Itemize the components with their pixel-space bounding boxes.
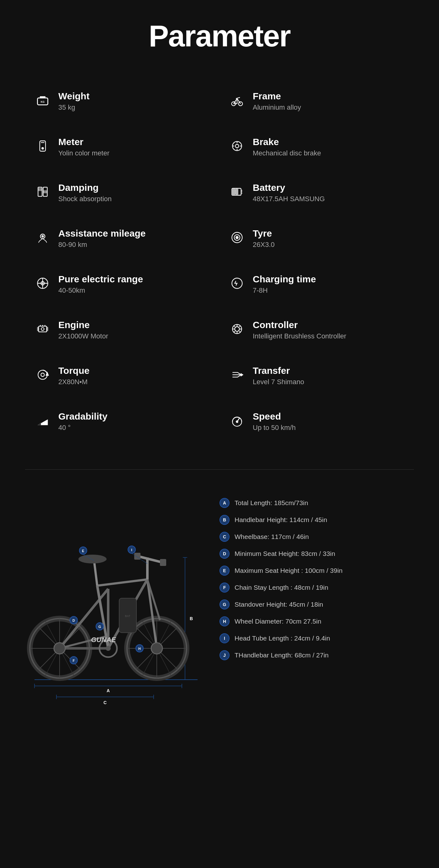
electric-icon xyxy=(34,275,51,291)
svg-rect-39 xyxy=(38,326,47,332)
param-label-mileage: Assistance mileage xyxy=(58,228,146,239)
transfer-icon xyxy=(229,367,245,383)
param-value-weight: 35 kg xyxy=(58,103,89,112)
param-content-torque: Torque 2X80N•M xyxy=(58,365,89,386)
svg-text:KG: KG xyxy=(41,101,45,103)
mileage-icon xyxy=(34,229,51,246)
svg-text:GUNAE: GUNAE xyxy=(91,636,116,644)
bike-svg: A B C xyxy=(25,495,207,708)
bike-diagram: A B C xyxy=(25,495,207,708)
svg-marker-58 xyxy=(38,423,41,425)
svg-text:G: G xyxy=(98,625,101,629)
gradability-icon xyxy=(34,412,51,429)
param-content-charging: Charging time 7-8H xyxy=(253,274,316,294)
spec-badge-i: I xyxy=(220,633,230,643)
spec-item-d: D Minimum Seat Height: 83cm / 33in xyxy=(220,549,414,559)
svg-marker-56 xyxy=(241,374,243,376)
param-content-electric: Pure electric range 40-50km xyxy=(58,274,143,294)
spec-item-f: F Chain Stay Length : 48cm / 19in xyxy=(220,583,414,593)
param-label-weight: Weight xyxy=(58,91,89,101)
svg-point-14 xyxy=(235,145,239,148)
svg-text:A: A xyxy=(107,688,110,693)
spec-text-h: Wheel Diameter: 70cm 27.5in xyxy=(235,618,321,625)
svg-line-9 xyxy=(236,97,240,99)
param-value-torque: 2X80N•M xyxy=(58,378,89,386)
params-grid: KG Weight 35 kg Frame Alumini xyxy=(25,78,414,444)
spec-item-e: E Maximum Seat Height : 100cm / 39in xyxy=(220,566,414,576)
param-torque: Torque 2X80N•M xyxy=(25,353,220,399)
spec-badge-g: G xyxy=(220,599,230,610)
svg-point-113 xyxy=(54,643,65,654)
spec-badge-e: E xyxy=(220,566,230,576)
param-label-frame: Frame xyxy=(253,91,301,101)
spec-text-j: THandlebar Length: 68cm / 27in xyxy=(235,651,329,659)
param-damping: Damping Shock absorption xyxy=(25,170,220,216)
param-speed: Speed Up to 50 km/h xyxy=(220,399,414,444)
param-value-battery: 48X17.5AH SAMSUNG xyxy=(253,195,325,203)
param-label-engine: Engine xyxy=(58,320,108,330)
param-content-frame: Frame Aluminium alloy xyxy=(253,91,301,112)
param-content-weight: Weight 35 kg xyxy=(58,91,89,112)
weight-icon: KG xyxy=(34,92,51,108)
param-label-controller: Controller xyxy=(253,320,346,330)
svg-point-45 xyxy=(41,328,44,330)
svg-rect-20 xyxy=(38,188,41,190)
frame-icon xyxy=(229,92,245,108)
spec-item-h: H Wheel Diameter: 70cm 27.5in xyxy=(220,616,414,626)
meter-icon xyxy=(34,138,51,154)
param-brake: Brake Mechanical disc brake xyxy=(220,124,414,170)
param-value-damping: Shock absorption xyxy=(58,195,112,203)
controller-icon xyxy=(229,321,245,337)
param-label-speed: Speed xyxy=(253,411,296,422)
param-label-torque: Torque xyxy=(58,365,89,376)
param-content-engine: Engine 2X1000W Motor xyxy=(58,320,108,340)
spec-text-a: Total Length: 185cm/73in xyxy=(235,499,308,507)
tyre-icon xyxy=(229,229,245,246)
spec-text-i: Head Tube Length : 24cm / 9.4in xyxy=(235,634,330,642)
svg-point-30 xyxy=(42,236,43,238)
param-content-transfer: Transfer Level 7 Shimano xyxy=(253,365,304,386)
spec-badge-f: F xyxy=(220,583,230,593)
param-label-transfer: Transfer xyxy=(253,365,304,376)
svg-text:C: C xyxy=(104,700,107,705)
param-value-brake: Mechanical disc brake xyxy=(253,149,321,157)
page-wrapper: Parameter KG Weight 35 kg xyxy=(0,0,439,733)
param-content-controller: Controller Intelligent Brushless Control… xyxy=(253,320,346,340)
spec-item-c: C Wheelbase: 117cm / 46in xyxy=(220,532,414,542)
spec-badge-a: A xyxy=(220,498,230,508)
spec-badge-h: H xyxy=(220,616,230,626)
param-value-electric: 40-50km xyxy=(58,286,143,294)
param-label-brake: Brake xyxy=(253,136,321,147)
param-value-transfer: Level 7 Shimano xyxy=(253,378,304,386)
svg-point-47 xyxy=(235,327,240,332)
svg-rect-27 xyxy=(233,189,235,195)
param-content-gradability: Gradability 40 ° xyxy=(58,411,108,432)
svg-text:B: B xyxy=(190,616,193,621)
param-value-controller: Intelligent Brushless Controller xyxy=(253,332,346,340)
spec-badge-b: B xyxy=(220,515,230,525)
param-label-electric: Pure electric range xyxy=(58,274,143,284)
spec-badge-d: D xyxy=(220,549,230,559)
spec-item-i: I Head Tube Length : 24cm / 9.4in xyxy=(220,633,414,643)
param-frame: Frame Aluminium alloy xyxy=(220,78,414,124)
param-label-tyre: Tyre xyxy=(253,228,275,239)
param-controller: Controller Intelligent Brushless Control… xyxy=(220,307,414,353)
svg-point-108 xyxy=(78,555,107,563)
svg-point-61 xyxy=(236,421,238,423)
svg-rect-22 xyxy=(44,190,47,193)
svg-text:F: F xyxy=(73,659,75,662)
param-charging: Charging time 7-8H xyxy=(220,261,414,307)
param-content-damping: Damping Shock absorption xyxy=(58,182,112,203)
spec-text-f: Chain Stay Length : 48cm / 19in xyxy=(235,584,328,591)
param-label-meter: Meter xyxy=(58,136,110,147)
param-value-mileage: 80-90 km xyxy=(58,241,146,249)
param-value-frame: Aluminium alloy xyxy=(253,103,301,112)
param-content-brake: Brake Mechanical disc brake xyxy=(253,136,321,157)
svg-rect-106 xyxy=(160,559,166,566)
spec-text-e: Maximum Seat Height : 100cm / 39in xyxy=(235,567,343,575)
svg-text:E: E xyxy=(82,549,84,553)
param-electric: Pure electric range 40-50km xyxy=(25,261,220,307)
param-label-charging: Charging time xyxy=(253,274,316,284)
param-weight: KG Weight 35 kg xyxy=(25,78,220,124)
battery-icon xyxy=(229,184,245,200)
